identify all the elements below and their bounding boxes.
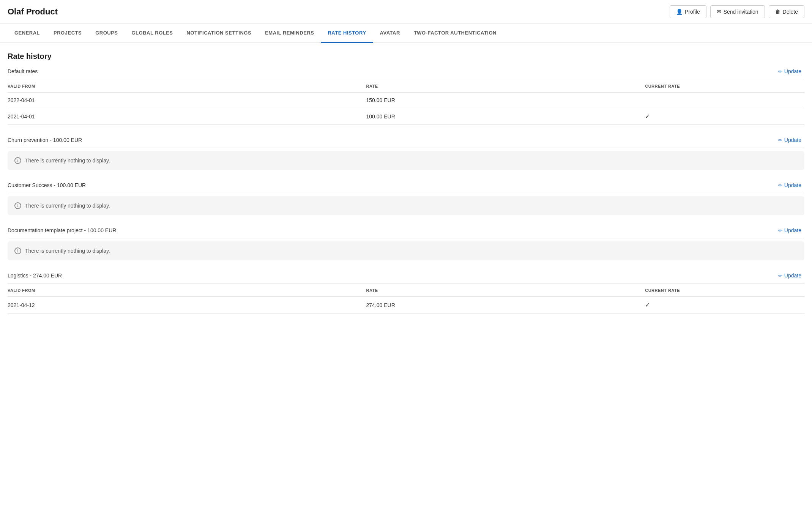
profile-button[interactable]: 👤 Profile — [670, 5, 706, 18]
tab-notification-settings[interactable]: NOTIFICATION SETTINGS — [180, 24, 259, 43]
rate-value: 150.00 EUR — [366, 93, 645, 108]
tab-general[interactable]: GENERAL — [8, 24, 47, 43]
rate-value: 100.00 EUR — [366, 108, 645, 125]
tab-two-factor[interactable]: TWO-FACTOR AUTHENTICATION — [407, 24, 503, 43]
default-rates-table: VALID FROM RATE CURRENT RATE 2022-04-01 … — [8, 79, 804, 125]
table-row: 2021-04-12 274.00 EUR ✓ — [8, 297, 804, 313]
customer-success-empty-state: i There is currently nothing to display. — [8, 196, 804, 215]
col-header-valid-from: VALID FROM — [8, 283, 366, 297]
tab-groups[interactable]: GROUPS — [88, 24, 125, 43]
tabs-nav: GENERAL PROJECTS GROUPS GLOBAL ROLES NOT… — [0, 24, 812, 43]
tab-projects[interactable]: PROJECTS — [47, 24, 88, 43]
send-invitation-button[interactable]: ✉ Send invitation — [710, 5, 765, 18]
update-churn-prevention-button[interactable]: ✏ Update — [775, 135, 804, 145]
col-header-rate: RATE — [366, 79, 645, 93]
col-header-current-rate: CURRENT RATE — [645, 79, 804, 93]
pencil-icon: ✏ — [778, 183, 782, 188]
pencil-icon: ✏ — [778, 137, 782, 143]
rate-history-title: Rate history — [8, 52, 804, 61]
empty-state-message: There is currently nothing to display. — [25, 248, 110, 254]
valid-from-value: 2021-04-12 — [8, 297, 366, 313]
empty-state-message: There is currently nothing to display. — [25, 157, 110, 164]
section-documentation-template-header: Documentation template project - 100.00 … — [8, 226, 804, 238]
valid-from-value: 2021-04-01 — [8, 108, 366, 125]
rate-value: 274.00 EUR — [366, 297, 645, 313]
section-default-rates-header: Default rates ✏ Update — [8, 67, 804, 79]
section-customer-success-title: Customer Success - 100.00 EUR — [8, 182, 86, 188]
documentation-template-empty-state: i There is currently nothing to display. — [8, 241, 804, 260]
section-logistics-title: Logistics - 274.00 EUR — [8, 272, 62, 279]
pencil-icon: ✏ — [778, 273, 782, 279]
section-default-rates: Default rates ✏ Update VALID FROM RATE C… — [8, 67, 804, 125]
section-churn-prevention-header: Churn prevention - 100.00 EUR ✏ Update — [8, 135, 804, 148]
col-header-rate: RATE — [366, 283, 645, 297]
tab-global-roles[interactable]: GLOBAL ROLES — [125, 24, 180, 43]
section-churn-prevention: Churn prevention - 100.00 EUR ✏ Update i… — [8, 135, 804, 170]
header: Olaf Product 👤 Profile ✉ Send invitation… — [0, 0, 812, 24]
update-default-rates-button[interactable]: ✏ Update — [775, 67, 804, 76]
current-rate-check: ✓ — [645, 297, 804, 313]
col-header-valid-from: VALID FROM — [8, 79, 366, 93]
col-header-current-rate: CURRENT RATE — [645, 283, 804, 297]
header-actions: 👤 Profile ✉ Send invitation 🗑 Delete — [670, 5, 804, 18]
current-rate-check: ✓ — [645, 108, 804, 125]
churn-prevention-empty-state: i There is currently nothing to display. — [8, 151, 804, 170]
tab-rate-history[interactable]: RATE HISTORY — [321, 24, 373, 43]
section-default-rates-title: Default rates — [8, 68, 38, 74]
content-area: Rate history Default rates ✏ Update VALI… — [0, 43, 812, 333]
profile-icon: 👤 — [676, 9, 683, 15]
update-customer-success-button[interactable]: ✏ Update — [775, 181, 804, 190]
section-logistics-header: Logistics - 274.00 EUR ✏ Update — [8, 271, 804, 283]
delete-button[interactable]: 🗑 Delete — [769, 5, 804, 18]
envelope-icon: ✉ — [717, 9, 721, 15]
page-header-title: Olaf Product — [8, 7, 58, 17]
info-icon: i — [14, 157, 21, 164]
section-documentation-template-title: Documentation template project - 100.00 … — [8, 227, 116, 233]
empty-state-message: There is currently nothing to display. — [25, 203, 110, 209]
pencil-icon: ✏ — [778, 228, 782, 233]
info-icon: i — [14, 247, 21, 254]
section-documentation-template: Documentation template project - 100.00 … — [8, 226, 804, 260]
section-customer-success-header: Customer Success - 100.00 EUR ✏ Update — [8, 181, 804, 193]
update-logistics-button[interactable]: ✏ Update — [775, 271, 804, 280]
tab-avatar[interactable]: AVATAR — [373, 24, 407, 43]
section-churn-prevention-title: Churn prevention - 100.00 EUR — [8, 137, 82, 143]
update-documentation-template-button[interactable]: ✏ Update — [775, 226, 804, 235]
current-rate-value — [645, 93, 804, 108]
logistics-rate-table: VALID FROM RATE CURRENT RATE 2021-04-12 … — [8, 283, 804, 313]
table-row: 2022-04-01 150.00 EUR — [8, 93, 804, 108]
valid-from-value: 2022-04-01 — [8, 93, 366, 108]
trash-icon: 🗑 — [775, 9, 780, 15]
section-customer-success: Customer Success - 100.00 EUR ✏ Update i… — [8, 181, 804, 215]
section-logistics: Logistics - 274.00 EUR ✏ Update VALID FR… — [8, 271, 804, 313]
pencil-icon: ✏ — [778, 69, 782, 74]
tab-email-reminders[interactable]: EMAIL REMINDERS — [258, 24, 321, 43]
info-icon: i — [14, 202, 21, 209]
table-row: 2021-04-01 100.00 EUR ✓ — [8, 108, 804, 125]
